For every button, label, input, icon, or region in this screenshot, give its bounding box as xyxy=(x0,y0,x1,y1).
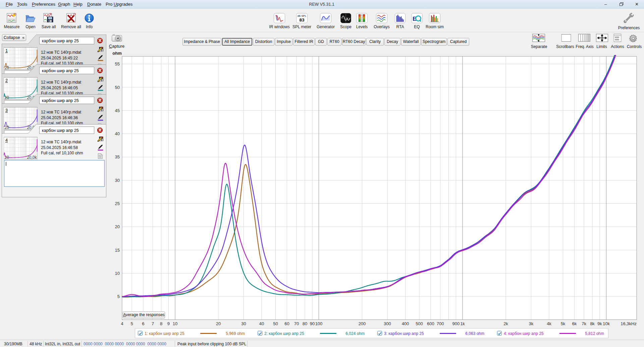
svg-text:6: 6 xyxy=(142,321,144,326)
svg-text:83: 83 xyxy=(299,17,305,22)
svg-text:90: 90 xyxy=(310,321,315,326)
svg-text:8k: 8k xyxy=(590,321,595,326)
svg-text:25.04.2025 16:46:58: 25.04.2025 16:46:58 xyxy=(41,145,78,150)
svg-text:25.04.2025 16:46:05: 25.04.2025 16:46:05 xyxy=(41,86,78,90)
svg-text:12 нов ТС 140гр.mdat: 12 нов ТС 140гр.mdat xyxy=(41,50,82,55)
svg-text:5k: 5k xyxy=(561,321,566,326)
svg-text:4: 4 xyxy=(5,138,8,143)
svg-text:6k: 6k xyxy=(572,321,577,326)
svg-text:9: 9 xyxy=(361,20,362,22)
svg-text:40: 40 xyxy=(115,131,120,136)
svg-text:2k: 2k xyxy=(503,321,508,326)
svg-text:20: 20 xyxy=(5,155,9,160)
svg-text:8: 8 xyxy=(160,321,162,326)
svg-text:60: 60 xyxy=(284,321,289,326)
svg-text:1: 1 xyxy=(5,48,8,53)
svg-text:карбон шир апр 25: карбон шир апр 25 xyxy=(42,39,79,43)
svg-text:4k: 4k xyxy=(547,321,551,326)
svg-text:200: 200 xyxy=(359,321,366,326)
svg-text:карбон шир апр 25: карбон шир апр 25 xyxy=(42,128,79,133)
svg-text:300: 300 xyxy=(384,321,391,326)
svg-text:400: 400 xyxy=(402,321,409,326)
svg-text:20,0k: 20,0k xyxy=(27,155,37,160)
svg-text:5: 5 xyxy=(130,321,133,326)
svg-text:55: 55 xyxy=(115,61,120,66)
svg-text:9: 9 xyxy=(167,321,170,326)
svg-text:12 нов ТС 140гр.mdat: 12 нов ТС 140гр.mdat xyxy=(41,110,82,114)
svg-text:7k: 7k xyxy=(582,321,586,326)
svg-text:600: 600 xyxy=(427,321,434,326)
svg-text:карбон шир апр 25: карбон шир апр 25 xyxy=(42,98,79,103)
svg-text:4: 4 xyxy=(121,321,123,326)
svg-text:10k: 10k xyxy=(603,321,610,326)
svg-text:45: 45 xyxy=(115,108,120,113)
svg-text:900: 900 xyxy=(452,321,460,326)
svg-text:3: 3 xyxy=(5,108,8,113)
svg-text:500: 500 xyxy=(416,321,423,326)
svg-text:50: 50 xyxy=(273,321,278,326)
svg-text:карбон шир апр 25: карбон шир апр 25 xyxy=(42,68,79,73)
svg-text:25: 25 xyxy=(115,201,120,206)
svg-text:20: 20 xyxy=(216,321,221,326)
svg-text:7: 7 xyxy=(152,321,154,326)
svg-text:3k: 3k xyxy=(529,321,534,326)
svg-text:5: 5 xyxy=(117,294,120,299)
svg-text:700: 700 xyxy=(437,321,444,326)
svg-text:12 нов ТС 140гр.mdat: 12 нов ТС 140гр.mdat xyxy=(41,80,82,85)
svg-text:10: 10 xyxy=(115,271,120,276)
svg-text:15: 15 xyxy=(115,248,120,253)
svg-text:16,3kHz: 16,3kHz xyxy=(621,321,637,326)
svg-text:25.04.2025 16:46:36: 25.04.2025 16:46:36 xyxy=(41,115,78,120)
svg-text:30: 30 xyxy=(115,178,120,183)
svg-text:Full cal, ref 10,100 ohm: Full cal, ref 10,100 ohm xyxy=(41,151,83,155)
svg-text:10: 10 xyxy=(173,321,177,326)
svg-text:40: 40 xyxy=(259,321,264,326)
svg-text:70: 70 xyxy=(294,321,299,326)
svg-text:9k: 9k xyxy=(597,321,602,326)
svg-text:1k: 1k xyxy=(460,321,465,326)
svg-text:12 нов ТС 140гр.mdat: 12 нов ТС 140гр.mdat xyxy=(41,140,82,144)
svg-text:80: 80 xyxy=(303,321,307,326)
svg-text:35: 35 xyxy=(115,154,120,159)
svg-text:30: 30 xyxy=(241,321,246,326)
svg-text:25.04.2025 16:45:22: 25.04.2025 16:45:22 xyxy=(41,56,78,60)
svg-text:2: 2 xyxy=(5,78,8,83)
svg-text:dB SPL: dB SPL xyxy=(297,14,307,17)
svg-text:20: 20 xyxy=(115,224,120,229)
svg-text:100: 100 xyxy=(315,321,323,326)
svg-text:50: 50 xyxy=(115,85,120,90)
